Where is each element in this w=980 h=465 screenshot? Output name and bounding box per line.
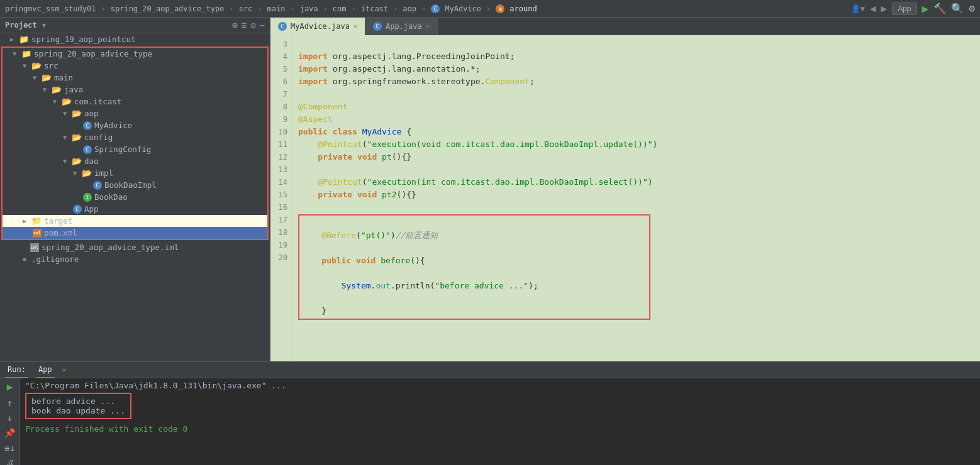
print-button[interactable]: 🖨 bbox=[6, 458, 14, 465]
tree-item-impl[interactable]: ▼ 📂 impl bbox=[3, 167, 267, 179]
breadcrumb-myadvice[interactable]: MyAdvice bbox=[445, 4, 481, 13]
tree-label-spring19: spring_19_aop_pointcut bbox=[31, 35, 136, 44]
tab-c-icon-myadvice: C bbox=[278, 22, 287, 31]
bottom-content: ▶ ↑ ↓ 📌 ≡↓ 🖨 "C:\Program Files\Java\jdk1… bbox=[0, 378, 980, 465]
sidebar-minimize-icon[interactable]: − bbox=[260, 20, 265, 30]
sidebar-locate-icon[interactable]: ⊕ bbox=[232, 20, 237, 30]
class-c-icon-myadvice: C bbox=[83, 121, 92, 130]
run-button[interactable]: ▶ bbox=[922, 2, 929, 15]
tree-item-src[interactable]: ▼ 📂 src bbox=[3, 60, 267, 72]
sidebar-header: Project ▼ ⊕ ≡ ⚙ − bbox=[0, 18, 270, 33]
sidebar-collapse-icon[interactable]: ≡ bbox=[242, 20, 247, 30]
tree-item-springconfig[interactable]: C SpringConfig bbox=[3, 143, 267, 155]
scroll-down-button[interactable]: ↓ bbox=[7, 413, 12, 423]
breadcrumb-java[interactable]: java bbox=[300, 4, 318, 13]
build-icon[interactable]: 🔨 bbox=[933, 3, 946, 14]
tree-item-gitignore[interactable]: ▪ .gitignore bbox=[0, 253, 270, 265]
bottom-panel: Run: App ✕ ▶ ↑ ↓ 📌 ≡↓ 🖨 "C:\Program File… bbox=[0, 361, 980, 465]
folder-blue-icon: 📂 bbox=[31, 61, 42, 70]
folder-orange-icon2: 📁 bbox=[21, 49, 31, 58]
top-bar: pringmvc_ssm_study01 › spring_20_aop_adv… bbox=[0, 0, 980, 18]
tab-label-app: App.java bbox=[386, 22, 422, 31]
tab-myadvice[interactable]: C MyAdvice.java ✕ bbox=[270, 18, 365, 35]
tree-item-iml[interactable]: iml spring_20_aop_advice_type.iml bbox=[0, 241, 270, 253]
class-c-icon-bookdaoimpl: C bbox=[93, 181, 102, 190]
breadcrumb-around[interactable]: around bbox=[509, 4, 537, 13]
breadcrumb-src[interactable]: src bbox=[239, 4, 253, 13]
breadcrumb-project[interactable]: pringmvc_ssm_study01 bbox=[5, 4, 96, 13]
tree-label-impl: impl bbox=[94, 168, 113, 178]
run-play-button[interactable]: ▶ bbox=[7, 381, 13, 393]
tree-label-dao: dao bbox=[84, 156, 99, 166]
tree-item-dao[interactable]: ▼ 📂 dao bbox=[3, 155, 267, 167]
pin-button[interactable]: 📌 bbox=[4, 428, 15, 438]
class-c-icon-breadcrumb: C bbox=[431, 4, 440, 13]
app-dropdown[interactable]: App bbox=[892, 3, 916, 15]
git-icon: ▪ bbox=[20, 255, 29, 264]
breadcrumb-itcast[interactable]: itcast bbox=[361, 4, 388, 13]
tree-label-src: src bbox=[44, 61, 58, 70]
tree-label-app: App bbox=[84, 204, 99, 214]
tree-label-iml: spring_20_aop_advice_type.iml bbox=[42, 243, 179, 252]
breadcrumb-main[interactable]: main bbox=[267, 4, 286, 13]
sidebar-title: Project bbox=[5, 21, 37, 30]
folder-aop-icon: 📂 bbox=[72, 109, 82, 118]
tab-close-app[interactable]: ✕ bbox=[426, 23, 430, 30]
sidebar-header-icons: ⊕ ≡ ⚙ − bbox=[232, 20, 265, 30]
class-i-icon-bookdao: I bbox=[83, 193, 92, 202]
editor-content[interactable]: 3 4 5 6 7 8 9 10 11 12 13 14 15 16 17 18… bbox=[270, 35, 980, 361]
tree-item-aop[interactable]: ▼ 📂 aop bbox=[3, 107, 267, 119]
chevron-comitcast: ▼ bbox=[53, 98, 60, 105]
tree-item-bookdaoimpl[interactable]: C BookDaoImpl bbox=[3, 179, 267, 191]
breadcrumb-aop[interactable]: aop bbox=[403, 4, 416, 13]
breadcrumb-module[interactable]: spring_20_aop_advice_type bbox=[111, 4, 225, 13]
folder-comitcast-icon: 📂 bbox=[62, 97, 72, 106]
sort-button[interactable]: ≡↓ bbox=[4, 443, 15, 453]
chevron-aop: ▼ bbox=[63, 110, 70, 117]
code-body[interactable]: import org.aspectj.lang.ProceedingJoinPo… bbox=[293, 35, 980, 361]
app-tab-close[interactable]: ✕ bbox=[62, 366, 67, 374]
editor-tabs: C MyAdvice.java ✕ C App.java ✕ bbox=[270, 18, 980, 35]
sep5: › bbox=[323, 4, 328, 13]
back-icon[interactable]: ◀ bbox=[870, 3, 876, 14]
class-c-icon-springconfig: C bbox=[83, 145, 92, 154]
toolbar-right: 👤▼ ◀ ▶ App ▶ 🔨 🔍 ⚙ bbox=[851, 2, 975, 15]
tree-item-spring19[interactable]: ▶ 📁 spring_19_aop_pointcut bbox=[0, 33, 270, 45]
scroll-up-button[interactable]: ↑ bbox=[7, 398, 12, 408]
tab-close-myadvice[interactable]: ✕ bbox=[354, 23, 357, 30]
forward-icon[interactable]: ▶ bbox=[881, 3, 888, 14]
search-icon[interactable]: 🔍 bbox=[951, 3, 964, 14]
settings-icon[interactable]: ⚙ bbox=[969, 3, 975, 14]
app-tab-label[interactable]: App bbox=[36, 362, 55, 378]
folder-dao-icon: 📂 bbox=[72, 156, 82, 166]
chevron-collapsed: ▶ bbox=[10, 36, 18, 43]
tab-app[interactable]: C App.java ✕ bbox=[365, 18, 438, 35]
tree-item-target[interactable]: ▶ 📁 target bbox=[3, 215, 267, 227]
breadcrumb-com[interactable]: com bbox=[333, 4, 347, 13]
highlighted-tree-section: ▼ 📁 spring_20_aop_advice_type ▼ 📂 src bbox=[1, 46, 269, 240]
chevron-dao: ▼ bbox=[63, 158, 70, 165]
folder-main-icon: 📂 bbox=[42, 73, 52, 82]
run-tab-label[interactable]: Run: bbox=[5, 362, 28, 378]
run-output: "C:\Program Files\Java\jdk1.8.0_131\bin\… bbox=[20, 378, 980, 465]
tree-item-pomxml[interactable]: xml pom.xml bbox=[3, 227, 267, 239]
sidebar-dropdown-icon[interactable]: ▼ bbox=[42, 21, 47, 30]
tree-item-app[interactable]: C App bbox=[3, 203, 267, 215]
tree-item-bookdao[interactable]: I BookDao bbox=[3, 191, 267, 203]
sidebar-settings-icon[interactable]: ⚙ bbox=[250, 20, 255, 30]
tree-label-myadvice: MyAdvice bbox=[94, 121, 132, 130]
tree-item-java[interactable]: ▼ 📂 java bbox=[3, 84, 267, 96]
output-line-2: book dao update ... bbox=[31, 406, 125, 415]
tree-item-comitcast[interactable]: ▼ 📂 com.itcast bbox=[3, 96, 267, 107]
tree-item-config[interactable]: ▼ 📂 config bbox=[3, 131, 267, 143]
tree-item-spring20[interactable]: ▼ 📁 spring_20_aop_advice_type bbox=[3, 48, 267, 60]
tree-label-main: main bbox=[54, 73, 73, 82]
chevron-src: ▼ bbox=[23, 62, 30, 69]
tree-item-myadvice[interactable]: C MyAdvice bbox=[3, 119, 267, 131]
xml-icon: xml bbox=[33, 229, 42, 238]
tree-item-main[interactable]: ▼ 📂 main bbox=[3, 72, 267, 84]
chevron-target: ▶ bbox=[23, 217, 30, 224]
chevron-config: ▼ bbox=[63, 134, 70, 141]
sep1: › bbox=[101, 4, 106, 13]
tree-label-config: config bbox=[84, 133, 113, 142]
